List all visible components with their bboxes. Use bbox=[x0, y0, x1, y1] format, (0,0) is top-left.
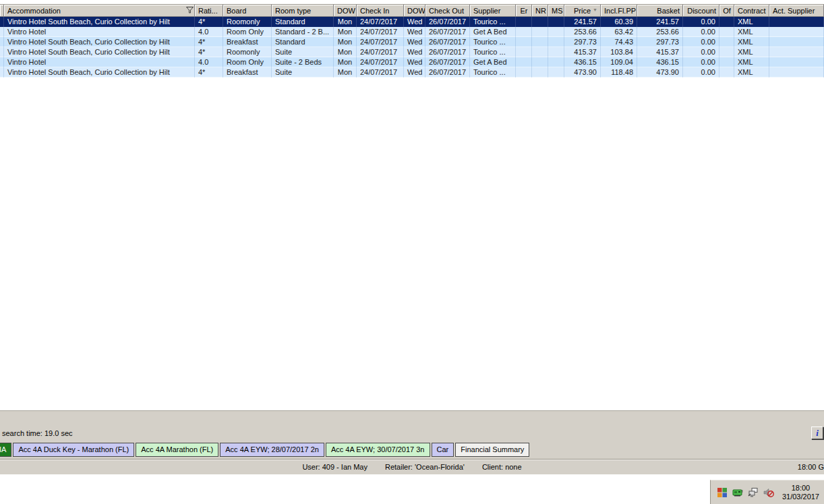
cell-supplier: Tourico ... bbox=[470, 67, 516, 77]
tab-acc-4a-marathon-fl[interactable]: Acc 4A Marathon (FL) bbox=[136, 443, 218, 457]
tab-label: IA bbox=[0, 445, 6, 453]
cell-rati: 4.0 bbox=[195, 27, 223, 37]
tray-clock[interactable]: 18:00 31/03/2017 bbox=[782, 484, 824, 501]
tray-icons bbox=[711, 487, 774, 498]
sort-desc-icon[interactable]: ▼ bbox=[593, 7, 597, 12]
cell-nr bbox=[532, 17, 548, 27]
column-header-rati[interactable]: Rati... bbox=[195, 5, 223, 17]
cell-room-type: Suite bbox=[272, 47, 334, 57]
cell-er bbox=[516, 27, 532, 37]
cell-basket: 241.57 bbox=[637, 17, 683, 27]
cell-dow: Mon bbox=[334, 47, 357, 57]
cell-supplier: Get A Bed bbox=[470, 27, 516, 37]
column-header-incl-fl-pp[interactable]: Incl.Fl.PP bbox=[601, 5, 637, 17]
cell-accommodation: Vintro Hotel bbox=[4, 27, 195, 37]
cell-board: Room Only bbox=[223, 57, 272, 67]
cell-check-in: 24/07/2017 bbox=[357, 57, 404, 67]
grid-row-6[interactable]: Vintro Hotel South Beach, Curio Collecti… bbox=[0, 67, 824, 77]
column-header-accommodation[interactable]: Accommodation bbox=[4, 5, 195, 17]
cell-rati: 4.0 bbox=[195, 57, 223, 67]
cell-act-supplier bbox=[769, 67, 824, 77]
grid-row-5[interactable]: Vintro Hotel4.0Room OnlySuite - 2 BedsMo… bbox=[0, 57, 824, 67]
grid-row-2[interactable]: Vintro Hotel4.0Room OnlyStandard - 2 B..… bbox=[0, 27, 824, 37]
tab-acc-4a-eyw-30-07-2017-3n[interactable]: Acc 4A EYW; 30/07/2017 3n bbox=[326, 443, 430, 457]
cell-dow: Mon bbox=[334, 27, 357, 37]
cell-supplier: Tourico ... bbox=[470, 47, 516, 57]
cell-room-type: Suite bbox=[272, 67, 334, 77]
network-icon[interactable] bbox=[748, 487, 759, 498]
cell-discount: 0.00 bbox=[683, 57, 719, 67]
column-header-act-supplier[interactable]: Act. Supplier bbox=[769, 5, 824, 17]
column-header-of[interactable]: Of bbox=[719, 5, 734, 17]
cell-discount: 0.00 bbox=[683, 17, 719, 27]
cell-accommodation: Vintro Hotel South Beach, Curio Collecti… bbox=[4, 37, 195, 47]
tab-car[interactable]: Car bbox=[432, 443, 454, 457]
grid-body: Vintro Hotel South Beach, Curio Collecti… bbox=[0, 17, 824, 77]
column-header-discount[interactable]: Discount bbox=[683, 5, 719, 17]
cell-nr bbox=[532, 47, 548, 57]
search-time-label: search time: 19.0 sec bbox=[2, 429, 73, 437]
column-header-label: Contract bbox=[738, 7, 766, 15]
cell-contract: XML bbox=[734, 67, 769, 77]
column-header-dow[interactable]: DOW bbox=[334, 5, 357, 17]
colored-squares-icon[interactable] bbox=[717, 487, 728, 498]
cell-room-type: Suite - 2 Beds bbox=[272, 57, 334, 67]
cell-ms bbox=[548, 37, 564, 47]
cell-check-in: 24/07/2017 bbox=[357, 37, 404, 47]
column-header-basket[interactable]: Basket bbox=[637, 5, 683, 17]
cell-check-out: 26/07/2017 bbox=[425, 57, 470, 67]
tab-label: Financial Summary bbox=[461, 445, 524, 453]
muted-speaker-icon[interactable] bbox=[763, 487, 774, 498]
cell-er bbox=[516, 47, 532, 57]
column-header-label: Incl.Fl.PP bbox=[604, 7, 636, 15]
cell-act-supplier bbox=[769, 37, 824, 47]
tab-ia[interactable]: IA bbox=[0, 443, 11, 457]
cell-act-supplier bbox=[769, 27, 824, 37]
column-header-check-out[interactable]: Check Out bbox=[425, 5, 470, 17]
column-header-er[interactable]: Er bbox=[516, 5, 532, 17]
cell-ms bbox=[548, 67, 564, 77]
green-card-icon[interactable] bbox=[732, 487, 743, 498]
tab-acc-4a-duck-key-marathon-fl[interactable]: Acc 4A Duck Key - Marathon (FL) bbox=[13, 443, 134, 457]
cell-incl-fl-pp: 109.04 bbox=[601, 57, 637, 67]
tab-label: Acc 4A Marathon (FL) bbox=[141, 445, 213, 453]
cell-act-supplier bbox=[769, 57, 824, 67]
column-header-supplier[interactable]: Supplier bbox=[470, 5, 516, 17]
column-header-room-type[interactable]: Room type bbox=[272, 5, 334, 17]
column-header-contract[interactable]: Contract bbox=[734, 5, 769, 17]
column-header-check-in[interactable]: Check In bbox=[357, 5, 404, 17]
column-header-label: Discount bbox=[687, 7, 716, 15]
cell-ms bbox=[548, 47, 564, 57]
status-bar: User: 409 - Ian May Retailer: 'Ocean-Flo… bbox=[0, 459, 824, 474]
tab-label: Acc 4A Duck Key - Marathon (FL) bbox=[18, 445, 129, 453]
column-header-label: DOW bbox=[407, 7, 425, 15]
system-tray: 18:00 31/03/2017 bbox=[710, 480, 824, 504]
grid-row-3[interactable]: Vintro Hotel South Beach, Curio Collecti… bbox=[0, 37, 824, 47]
grid-row-4[interactable]: Vintro Hotel South Beach, Curio Collecti… bbox=[0, 47, 824, 57]
cell-check-in: 24/07/2017 bbox=[357, 67, 404, 77]
cell-room-type: Standard bbox=[272, 17, 334, 27]
tab-acc-4a-eyw-28-07-2017-2n[interactable]: Acc 4A EYW; 28/07/2017 2n bbox=[220, 443, 324, 457]
cell-dow: Wed bbox=[404, 47, 425, 57]
cell-accommodation: Vintro Hotel bbox=[4, 57, 195, 67]
column-header-ms[interactable]: MS bbox=[548, 5, 564, 17]
cell-price: 473.90 bbox=[564, 67, 601, 77]
cell-board: Breakfast bbox=[223, 67, 272, 77]
column-header-board[interactable]: Board bbox=[223, 5, 272, 17]
column-header-nr[interactable]: NR bbox=[532, 5, 548, 17]
cell-dow: Wed bbox=[404, 17, 425, 27]
column-header-label: Supplier bbox=[473, 7, 500, 15]
grid-row-1[interactable]: Vintro Hotel South Beach, Curio Collecti… bbox=[0, 17, 824, 27]
filter-funnel-icon[interactable] bbox=[185, 6, 194, 15]
tab-financial-summary[interactable]: Financial Summary bbox=[455, 443, 529, 457]
column-header-dow[interactable]: DOW bbox=[404, 5, 425, 17]
cell-er bbox=[516, 67, 532, 77]
cell-check-out: 26/07/2017 bbox=[425, 37, 470, 47]
cell-er bbox=[516, 37, 532, 47]
cell-check-in: 24/07/2017 bbox=[357, 17, 404, 27]
info-button[interactable]: i bbox=[811, 427, 823, 439]
column-header-label: Board bbox=[227, 7, 246, 15]
column-header-label: Room type bbox=[275, 7, 311, 15]
cell-price: 241.57 bbox=[564, 17, 601, 27]
tab-bar: IAAcc 4A Duck Key - Marathon (FL)Acc 4A … bbox=[0, 443, 531, 459]
